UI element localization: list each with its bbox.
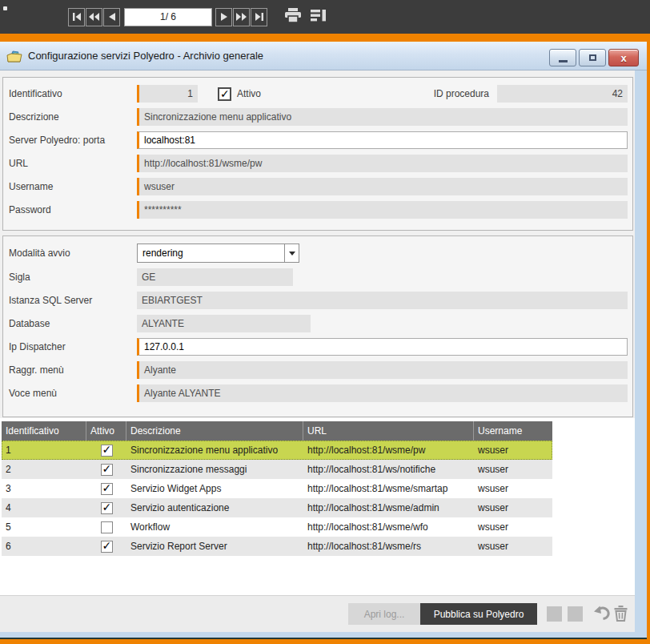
server-porta-input[interactable]: localhost:81 (137, 131, 628, 149)
row-id: 3 (2, 483, 86, 494)
delete-button[interactable] (613, 605, 628, 624)
col-header-username[interactable]: Username (474, 421, 552, 441)
window-title: Configurazione servizi Polyedro - Archiv… (28, 50, 263, 62)
ip-dispatcher-label: Ip Dispatcher (9, 341, 137, 352)
id-procedura-field: 42 (497, 85, 628, 103)
password-row: Password ********** (9, 201, 628, 219)
fast-back-icon (89, 13, 99, 21)
ip-dispatcher-row: Ip Dispatcher 127.0.0.1 (9, 338, 628, 356)
attivo-label: Attivo (237, 88, 261, 99)
restore-icon (589, 54, 596, 61)
row-attivo-checkbox[interactable] (101, 521, 113, 533)
nav-last-button[interactable] (251, 8, 267, 26)
minimize-icon (559, 60, 568, 62)
col-header-descrizione[interactable]: Descrizione (126, 421, 303, 441)
modalita-avvio-value: rendering (137, 244, 284, 263)
descrizione-row: Descrizione Sincronizzazione menu applic… (9, 108, 628, 126)
col-header-attivo[interactable]: Attivo (86, 421, 126, 441)
last-record-icon (255, 13, 264, 21)
row-attivo-checkbox[interactable] (101, 445, 113, 457)
col-header-url[interactable]: URL (303, 421, 474, 441)
attivo-checkbox[interactable] (218, 87, 231, 101)
back-icon (109, 13, 115, 21)
voce-menu-field: Alyante ALYANTE (137, 384, 628, 402)
identificativo-field: 1 (137, 85, 198, 103)
service-config-panel: Modalità avvio rendering Sigla GE Istanz… (2, 235, 633, 417)
id-procedura-label: ID procedura (434, 88, 489, 99)
row-url: http://localhost:81/ws/notifiche (303, 464, 474, 475)
url-row: URL http://localhost:81/wsme/pw (9, 155, 628, 172)
row-id: 4 (2, 502, 86, 513)
row-username: wsuser (474, 541, 552, 552)
restore-button[interactable] (579, 49, 606, 66)
undo-icon (592, 605, 611, 624)
database-label: Database (9, 318, 137, 329)
log-panel-button[interactable] (308, 6, 329, 27)
fast-forward-icon (236, 13, 247, 21)
print-button[interactable] (283, 6, 303, 27)
ip-dispatcher-input[interactable]: 127.0.0.1 (137, 338, 628, 356)
nav-fast-forward-button[interactable] (233, 8, 250, 26)
nav-first-button[interactable] (68, 8, 85, 26)
service-detail-panel: Identificativo 1 Attivo ID procedura 42 … (2, 77, 633, 231)
istanza-sql-label: Istanza SQL Server (9, 295, 137, 306)
descrizione-field: Sincronizzazione menu applicativo (137, 108, 628, 126)
table-row[interactable]: 2 Sincronizzazione messaggi http://local… (2, 460, 552, 479)
row-id: 5 (2, 521, 86, 533)
sigla-row: Sigla GE (9, 268, 628, 286)
row-descrizione: Sincronizzazione messaggi (126, 464, 303, 475)
undo-button[interactable] (592, 605, 611, 624)
voce-menu-row: Voce menù Alyante ALYANTE (9, 384, 628, 402)
table-row[interactable]: 5 Workflow http://localhost:81/wsme/wfo … (2, 517, 552, 537)
raggr-menu-row: Raggr. menù Alyante (9, 361, 628, 379)
apri-log-button[interactable]: Apri log... (348, 603, 420, 625)
row-id: 2 (2, 464, 86, 475)
log-panel-icon (311, 9, 327, 25)
chevron-down-icon (289, 252, 295, 256)
window-frame-top (0, 34, 650, 42)
minimize-button[interactable] (549, 49, 576, 66)
window-titlebar[interactable]: Configurazione servizi Polyedro - Archiv… (0, 42, 647, 70)
username-field: wsuser (137, 178, 628, 195)
raggr-menu-field: Alyante (137, 361, 628, 379)
row-attivo-checkbox[interactable] (101, 483, 113, 495)
nav-back-button[interactable] (103, 8, 120, 26)
close-button[interactable]: x (608, 49, 639, 66)
nav-forward-button[interactable] (215, 8, 232, 26)
services-table: Identificativo Attivo Descrizione URL Us… (2, 421, 552, 556)
row-descrizione: Servizio Widget Apps (126, 483, 303, 494)
close-icon: x (620, 52, 626, 64)
table-row[interactable]: 3 Servizio Widget Apps http://localhost:… (2, 479, 552, 498)
istanza-row: Istanza SQL Server EBIARTGEST (9, 292, 628, 309)
col-header-identificativo[interactable]: Identificativo (2, 421, 86, 441)
window-edge-line (0, 638, 647, 639)
row-id: 1 (2, 445, 86, 456)
row-username: wsuser (474, 464, 552, 475)
database-field: ALYANTE (137, 315, 311, 332)
modalita-avvio-select[interactable]: rendering (137, 244, 299, 263)
password-label: Password (9, 204, 137, 215)
screen: 1/ 6 (0, 0, 650, 644)
page-indicator-input[interactable]: 1/ 6 (124, 8, 212, 26)
nav-fast-back-button[interactable] (86, 8, 102, 26)
disabled-action-button-1[interactable] (547, 606, 562, 622)
row-attivo-checkbox[interactable] (101, 464, 113, 476)
identificativo-label: Identificativo (9, 88, 137, 99)
raggr-menu-label: Raggr. menù (9, 364, 137, 376)
row-attivo-checkbox[interactable] (101, 502, 113, 514)
table-row[interactable]: 6 Servizio Report Server http://localhos… (2, 537, 552, 556)
row-attivo-checkbox[interactable] (101, 541, 113, 553)
disabled-action-button-2[interactable] (568, 606, 583, 622)
row-descrizione: Workflow (126, 521, 303, 533)
window-border-right (635, 70, 647, 638)
database-row: Database ALYANTE (9, 315, 628, 332)
table-row[interactable]: 4 Servizio autenticazione http://localho… (2, 498, 552, 517)
table-row[interactable]: 1 Sincronizzazione menu applicativo http… (2, 441, 552, 460)
first-record-icon (72, 13, 82, 21)
password-field: ********** (137, 201, 628, 219)
window-border-bottom (0, 632, 635, 638)
row-descrizione: Servizio autenticazione (126, 502, 303, 513)
row-username: wsuser (474, 483, 552, 494)
combo-dropdown-button[interactable] (284, 244, 299, 263)
pubblica-su-polyedro-button[interactable]: Pubblica su Polyedro (420, 603, 537, 625)
